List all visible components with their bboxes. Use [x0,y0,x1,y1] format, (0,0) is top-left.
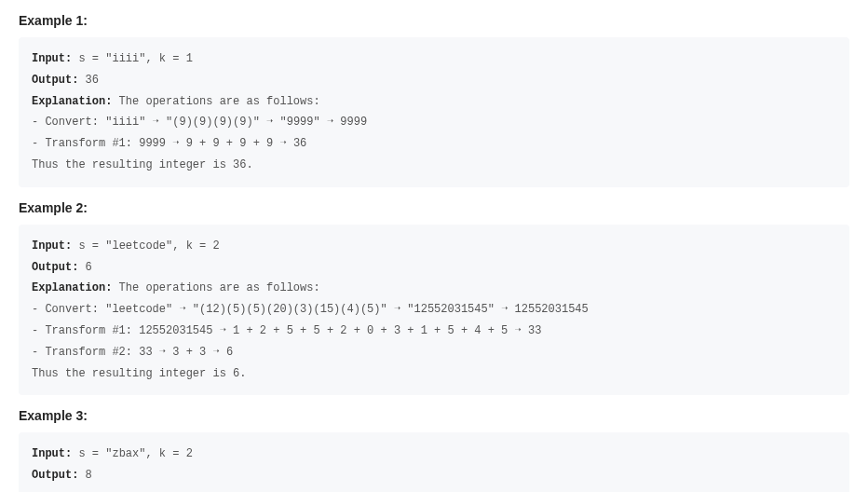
explanation-line: - Convert: "iiii" ➝ "(9)(9)(9)(9)" ➝ "99… [32,116,367,129]
output-value: 6 [78,261,91,274]
explanation-line: - Transform #2: 33 ➝ 3 + 3 ➝ 6 [32,346,233,359]
input-label: Input: [32,447,72,460]
explanation-line: - Transform #1: 12552031545 ➝ 1 + 2 + 5 … [32,324,541,337]
example-1: Example 1: Input: s = "iiii", k = 1 Outp… [19,13,849,187]
example-2: Example 2: Input: s = "leetcode", k = 2 … [19,200,849,396]
explanation-intro: The operations are as follows: [112,281,319,294]
output-value: 36 [78,74,99,87]
explanation-line: Thus the resulting integer is 36. [32,158,253,171]
example-heading: Example 2: [19,200,849,215]
input-value: s = "leetcode", k = 2 [72,239,219,253]
output-value: 8 [78,469,91,482]
explanation-label: Explanation: [32,281,112,294]
output-label: Output: [32,261,78,274]
example-heading: Example 1: [19,13,849,28]
input-value: s = "iiii", k = 1 [72,52,193,65]
example-3: Example 3: Input: s = "zbax", k = 2 Outp… [19,408,849,492]
explanation-intro: The operations are as follows: [112,95,319,108]
output-label: Output: [32,74,78,87]
input-value: s = "zbax", k = 2 [72,447,193,460]
example-code-block: Input: s = "zbax", k = 2 Output: 8 [19,432,849,492]
explanation-line: - Transform #1: 9999 ➝ 9 + 9 + 9 + 9 ➝ 3… [32,137,306,150]
explanation-line: - Convert: "leetcode" ➝ "(12)(5)(5)(20)(… [32,303,589,316]
input-label: Input: [32,239,72,253]
example-code-block: Input: s = "leetcode", k = 2 Output: 6 E… [19,225,849,396]
explanation-line: Thus the resulting integer is 6. [32,367,246,380]
explanation-label: Explanation: [32,95,112,108]
example-heading: Example 3: [19,408,849,423]
input-label: Input: [32,52,72,65]
output-label: Output: [32,469,78,482]
example-code-block: Input: s = "iiii", k = 1 Output: 36 Expl… [19,37,849,187]
